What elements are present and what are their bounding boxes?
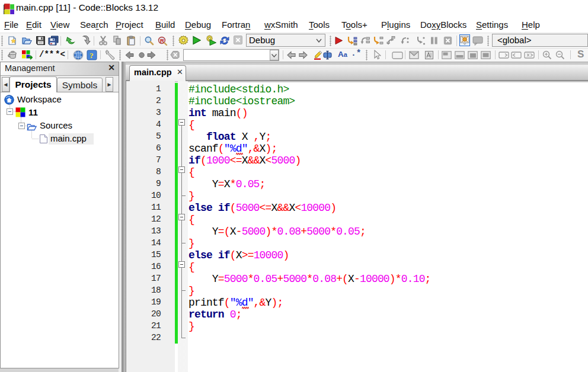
svg-text:?: ? <box>90 51 94 60</box>
svg-text:R: R <box>160 37 164 44</box>
